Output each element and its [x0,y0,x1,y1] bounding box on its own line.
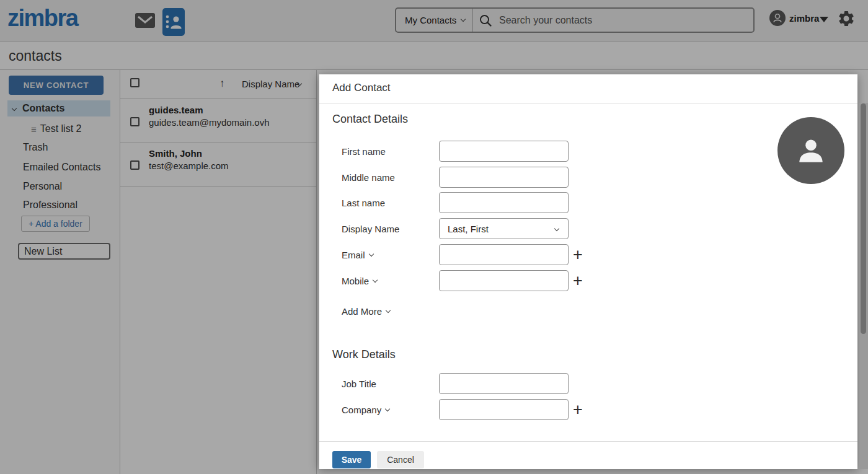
mobile-row: Mobile + [319,270,857,291]
last-name-row: Last name [319,192,857,213]
mobile-input[interactable] [439,270,569,291]
chevron-down-icon [386,308,391,313]
first-name-label: First name [342,141,386,162]
last-name-label: Last name [342,192,385,213]
add-mobile-icon[interactable]: + [573,270,583,291]
add-more-label: Add More [342,306,382,317]
header-divider [319,103,857,103]
contact-details-heading: Contact Details [332,113,408,126]
display-name-selected-value: Last, First [448,224,489,234]
job-title-row: Job Title [319,373,857,394]
middle-name-label: Middle name [342,167,395,188]
email-label-text: Email [342,250,365,260]
company-row: Company + [319,399,857,420]
add-email-icon[interactable]: + [573,244,583,265]
mobile-label[interactable]: Mobile [342,270,377,291]
job-title-input[interactable] [439,373,569,394]
email-row: Email + [319,244,857,265]
display-name-select[interactable]: Last, First [439,218,569,239]
add-company-icon[interactable]: + [573,399,583,420]
last-name-input[interactable] [439,192,569,213]
company-label-text: Company [342,405,381,415]
add-more-dropdown[interactable]: Add More [342,306,390,317]
email-label[interactable]: Email [342,244,373,265]
company-label[interactable]: Company [342,399,389,420]
job-title-label: Job Title [342,373,376,394]
chevron-down-icon [373,277,378,282]
scrollbar-thumb[interactable] [861,103,866,334]
email-input[interactable] [439,244,569,265]
middle-name-row: Middle name [319,167,857,188]
display-name-row: Display Name Last, First [319,218,857,239]
chevron-down-icon [385,406,390,411]
cancel-button[interactable]: Cancel [377,451,424,468]
display-name-label: Display Name [342,218,399,239]
mobile-label-text: Mobile [342,276,369,286]
middle-name-input[interactable] [439,167,569,188]
panel-title: Add Contact [332,82,391,94]
save-button[interactable]: Save [332,451,371,468]
vertical-scrollbar[interactable] [859,103,868,469]
work-details-heading: Work Details [332,348,396,361]
contact-avatar-placeholder [777,117,844,184]
first-name-row: First name [319,141,857,162]
add-contact-panel: Add Contact Contact Details First name M… [319,74,857,469]
chevron-down-icon [368,251,373,256]
first-name-input[interactable] [439,141,569,162]
chevron-down-icon [554,226,559,231]
footer-divider [319,441,857,442]
zimbra-contacts-screen: zimbra My Contacts [0,0,868,474]
company-input[interactable] [439,399,569,420]
